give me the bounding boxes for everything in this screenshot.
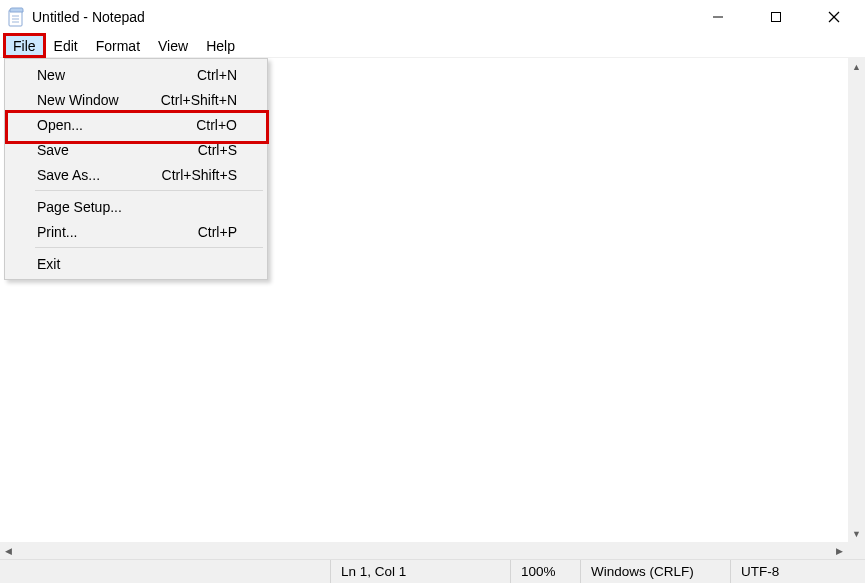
menu-help[interactable]: Help — [197, 34, 244, 57]
horizontal-scrollbar[interactable]: ◀ ▶ — [0, 542, 848, 559]
menubar: File Edit Format View Help — [0, 34, 865, 58]
minimize-button[interactable] — [689, 0, 747, 34]
file-menu-page-setup[interactable]: Page Setup... — [7, 194, 265, 219]
scroll-right-icon[interactable]: ▶ — [831, 542, 848, 559]
menu-view[interactable]: View — [149, 34, 197, 57]
scroll-up-icon[interactable]: ▲ — [848, 58, 865, 75]
vertical-scrollbar[interactable]: ▲ ▼ — [848, 58, 865, 542]
svg-rect-5 — [772, 13, 781, 22]
scroll-corner — [848, 542, 865, 559]
status-zoom: 100% — [510, 560, 580, 583]
status-encoding: UTF-8 — [730, 560, 865, 583]
file-menu-new[interactable]: New Ctrl+N — [7, 62, 265, 87]
scroll-left-icon[interactable]: ◀ — [0, 542, 17, 559]
menu-file[interactable]: File — [4, 34, 45, 57]
scroll-down-icon[interactable]: ▼ — [848, 525, 865, 542]
window-title: Untitled - Notepad — [32, 9, 145, 25]
menu-separator — [35, 247, 263, 248]
status-spacer — [0, 560, 330, 583]
maximize-button[interactable] — [747, 0, 805, 34]
file-menu-save-as[interactable]: Save As... Ctrl+Shift+S — [7, 162, 265, 187]
status-cursor-position: Ln 1, Col 1 — [330, 560, 510, 583]
status-line-ending: Windows (CRLF) — [580, 560, 730, 583]
statusbar: Ln 1, Col 1 100% Windows (CRLF) UTF-8 — [0, 559, 865, 583]
titlebar: Untitled - Notepad — [0, 0, 865, 34]
file-menu-exit[interactable]: Exit — [7, 251, 265, 276]
menu-separator — [35, 190, 263, 191]
file-menu-open[interactable]: Open... Ctrl+O — [7, 112, 265, 137]
scroll-track[interactable] — [848, 75, 865, 525]
notepad-icon — [8, 7, 24, 27]
file-menu-print[interactable]: Print... Ctrl+P — [7, 219, 265, 244]
file-menu-save[interactable]: Save Ctrl+S — [7, 137, 265, 162]
file-menu-dropdown: New Ctrl+N New Window Ctrl+Shift+N Open.… — [4, 58, 268, 280]
file-menu-new-window[interactable]: New Window Ctrl+Shift+N — [7, 87, 265, 112]
menu-format[interactable]: Format — [87, 34, 149, 57]
close-button[interactable] — [805, 0, 863, 34]
scroll-track[interactable] — [17, 542, 831, 559]
menu-edit[interactable]: Edit — [45, 34, 87, 57]
window-controls — [689, 0, 863, 34]
